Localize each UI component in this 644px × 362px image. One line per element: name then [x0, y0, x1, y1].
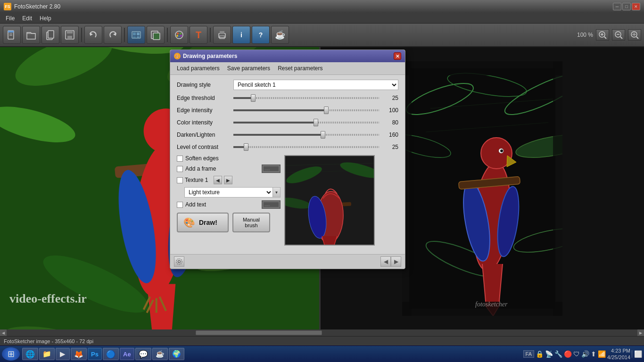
svg-rect-26 [220, 36, 224, 39]
svg-point-66 [500, 149, 503, 152]
dialog-settings-button[interactable] [174, 256, 184, 267]
color-intensity-slider[interactable] [233, 118, 379, 127]
action-buttons-row: 🎨 Draw! Manualbrush [177, 213, 281, 232]
save-button[interactable] [61, 26, 79, 44]
main-area: video-effects.ir [0, 47, 644, 329]
taskbar-ae-button[interactable]: Ae [120, 348, 134, 360]
texture-checkbox[interactable] [177, 177, 183, 183]
add-text-sample-button[interactable]: ...... [262, 200, 281, 209]
texture-dropdown-row: Light texture Heavy texture Canvas Paper… [184, 187, 281, 197]
tray-icon-8[interactable]: 📶 [598, 350, 606, 358]
info-button[interactable]: i [232, 26, 250, 44]
text-button[interactable]: T [190, 26, 207, 44]
color-intensity-value: 80 [382, 119, 398, 126]
soften-edges-checkbox[interactable] [177, 156, 183, 162]
zoom-in-button[interactable] [596, 29, 609, 41]
taskbar-chrome-button[interactable]: 🔵 [103, 348, 119, 360]
svg-rect-25 [220, 31, 224, 34]
tray-icon-3[interactable]: 🔧 [554, 350, 562, 358]
close-button[interactable]: ✕ [632, 3, 640, 10]
scroll-right-button[interactable]: ▶ [637, 329, 644, 336]
load-parameters-menu[interactable]: Load parameters [173, 64, 223, 73]
redo-button[interactable] [104, 26, 122, 44]
draw-button-label: Draw! [199, 219, 217, 226]
svg-text:......: ...... [264, 203, 270, 206]
edge-threshold-label: Edge threshold [177, 95, 233, 101]
coffee-button[interactable]: ☕ [271, 26, 289, 44]
contrast-slider[interactable] [233, 143, 379, 151]
zoom-fit-button[interactable] [628, 29, 641, 41]
new-button[interactable] [3, 26, 21, 44]
draw-button[interactable]: 🎨 Draw! [177, 213, 229, 232]
scroll-thumb-horizontal[interactable] [196, 330, 322, 335]
gallery-button[interactable] [127, 26, 145, 44]
taskbar-java-button[interactable]: ☕ [152, 348, 168, 360]
taskbar-skype-button[interactable]: 💬 [135, 348, 151, 360]
menu-help[interactable]: Help [36, 14, 55, 23]
add-text-checkbox[interactable] [177, 202, 183, 208]
texture-next-button[interactable]: ▶ [224, 176, 232, 184]
tray-icon-4[interactable]: 🔴 [564, 350, 572, 358]
edge-intensity-slider-container [233, 106, 379, 115]
dialog-close-button[interactable]: ✕ [394, 52, 401, 60]
frame-sample-button[interactable]: ...... [262, 165, 281, 173]
add-text-label: Add text [185, 201, 206, 208]
minimize-button[interactable]: ─ [613, 3, 621, 10]
zoom-out-button[interactable] [612, 29, 625, 41]
darken-lighten-slider[interactable] [233, 131, 379, 139]
scroll-left-button[interactable]: ◀ [0, 329, 7, 336]
edge-intensity-slider[interactable] [233, 106, 379, 115]
dialog-prev-button[interactable]: ◀ [380, 256, 391, 267]
taskbar-ie-button[interactable]: 🌐 [22, 348, 38, 360]
texture-dropdown-arrow[interactable]: ▼ [273, 187, 281, 197]
taskbar-other-button[interactable]: 🌍 [169, 348, 184, 360]
edge-threshold-slider[interactable] [233, 94, 379, 102]
dialog-controls: Soften edges Add a frame ...... [177, 155, 281, 232]
system-clock[interactable]: 4:23 PM 4/25/2014 [607, 347, 630, 361]
svg-marker-10 [113, 33, 116, 36]
taskbar-photoshop-button[interactable]: Ps [88, 348, 102, 360]
toolbar-separator-1 [81, 28, 82, 42]
undo-button[interactable] [84, 26, 102, 44]
palette-button[interactable] [170, 26, 188, 44]
video-watermark: video-effects.ir [9, 292, 87, 306]
darken-lighten-label: Darken/Lighten [177, 132, 233, 138]
tray-icon-5[interactable]: 🛡 [573, 350, 580, 358]
copy-button[interactable] [41, 26, 59, 44]
taskbar-firefox-button[interactable]: 🦊 [71, 348, 87, 360]
show-desktop-button[interactable]: ⬜ [632, 350, 642, 358]
status-bar: FotoSketcher image - 355x460 - 72 dpi [0, 336, 644, 346]
app-title: FotoSketcher 2.80 [14, 3, 60, 10]
menu-edit[interactable]: Edit [18, 14, 36, 23]
texture-prev-button[interactable]: ◀ [214, 176, 222, 184]
tray-icon-6[interactable]: 🔊 [581, 350, 589, 358]
svg-rect-75 [553, 61, 562, 316]
open-button[interactable] [22, 26, 40, 44]
manual-brush-button[interactable]: Manualbrush [232, 213, 270, 232]
drawing-style-select[interactable]: Pencil sketch 1 Pencil sketch 2 Color sk… [233, 80, 398, 90]
taskbar-explorer-button[interactable]: 📁 [39, 348, 55, 360]
tray-network-icon[interactable]: 🔒 [536, 350, 544, 358]
start-button[interactable]: ⊞ [2, 347, 20, 361]
texture-dropdown[interactable]: Light texture Heavy texture Canvas Paper [184, 187, 273, 197]
color-intensity-slider-container [233, 118, 379, 127]
horizontal-scrollbar[interactable]: ◀ ▶ [0, 329, 644, 336]
help-button[interactable]: ? [252, 26, 270, 44]
maximize-button[interactable]: □ [622, 3, 631, 10]
add-frame-checkbox[interactable] [177, 166, 183, 172]
clock-time: 4:23 PM [607, 347, 630, 354]
edge-intensity-value: 100 [382, 107, 398, 114]
app-icon: FS [4, 3, 11, 10]
dialog-next-button[interactable]: ▶ [391, 256, 401, 267]
taskbar-media-button[interactable]: ▶ [56, 348, 70, 360]
tray-icon-7[interactable]: ⬆ [591, 350, 596, 358]
preview-button[interactable] [147, 26, 165, 44]
menu-file[interactable]: File [2, 14, 18, 23]
contrast-slider-container [233, 143, 379, 151]
tray-icon-2[interactable]: 📡 [545, 350, 553, 358]
svg-rect-8 [67, 36, 72, 39]
reset-parameters-menu[interactable]: Reset parameters [274, 64, 326, 73]
print-button[interactable] [213, 26, 231, 44]
svg-rect-1 [8, 31, 14, 33]
save-parameters-menu[interactable]: Save parameters [223, 64, 274, 73]
